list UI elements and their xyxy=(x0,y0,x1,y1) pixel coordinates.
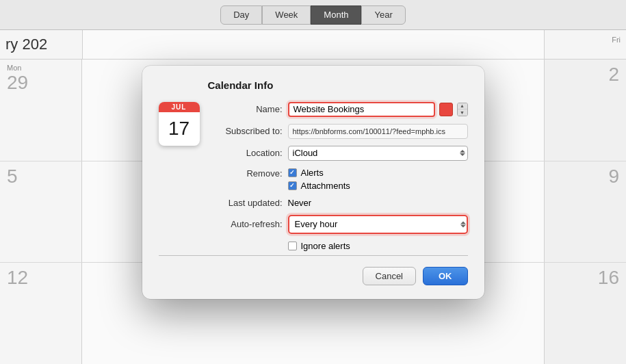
last-updated-value: Never xyxy=(288,198,312,208)
dialog-body: JUL 17 Name: ▲ ▼ xyxy=(159,102,468,251)
stepper-up[interactable]: ▲ xyxy=(458,103,467,110)
alerts-checkbox[interactable]: ✓ xyxy=(288,168,297,177)
subscribed-row: Subscribed to: https://bnbforms.com/1000… xyxy=(211,124,468,139)
location-select[interactable]: iCloud xyxy=(288,146,468,161)
calendar-icon: JUL 17 xyxy=(159,102,200,146)
dialog-footer: Cancel OK xyxy=(159,267,468,285)
ignore-alerts-row: Ignore alerts xyxy=(288,241,468,251)
dialog-title: Calendar Info xyxy=(208,79,468,91)
remove-row: Remove: ✓ Alerts ✓ Attachments xyxy=(211,168,468,191)
ignore-alerts-checkbox[interactable] xyxy=(288,242,297,250)
name-label: Name: xyxy=(211,104,283,114)
last-updated-label: Last updated: xyxy=(211,198,283,208)
checkboxes-area: ✓ Alerts ✓ Attachments xyxy=(288,168,350,191)
alerts-label: Alerts xyxy=(301,168,324,178)
subscribed-url: https://bnbforms.com/100011/?feed=mphb.i… xyxy=(288,124,468,139)
auto-refresh-row: Auto-refresh: Every hour Every 5 minutes… xyxy=(211,215,468,234)
color-picker-button[interactable] xyxy=(439,103,453,116)
name-row: Name: ▲ ▼ xyxy=(211,102,468,117)
attachments-checkbox[interactable]: ✓ xyxy=(288,181,297,190)
ignore-alerts-label: Ignore alerts xyxy=(301,241,350,251)
cal-icon-date: 17 xyxy=(159,112,200,146)
remove-label: Remove: xyxy=(211,168,283,179)
last-updated-row: Last updated: Never xyxy=(211,198,468,208)
form-area: Name: ▲ ▼ Subscribed to: https://bnbform… xyxy=(211,102,468,251)
location-label: Location: xyxy=(211,148,283,158)
checkmark-icon: ✓ xyxy=(289,170,295,176)
subscribed-label: Subscribed to: xyxy=(211,126,283,136)
ok-button[interactable]: OK xyxy=(423,267,468,285)
color-stepper[interactable]: ▲ ▼ xyxy=(457,103,468,116)
auto-refresh-label: Auto-refresh: xyxy=(211,219,283,229)
auto-refresh-select[interactable]: Every hour Every 5 minutes Every 15 minu… xyxy=(288,215,468,234)
auto-refresh-select-wrap: Every hour Every 5 minutes Every 15 minu… xyxy=(288,215,468,234)
location-row: Location: iCloud xyxy=(211,146,468,161)
footer-divider xyxy=(159,255,468,256)
cal-icon-month: JUL xyxy=(159,102,200,112)
attachments-checkbox-row: ✓ Attachments xyxy=(288,181,350,191)
calendar-info-dialog: Calendar Info JUL 17 Name: ▲ ▼ xyxy=(142,66,484,299)
cancel-button[interactable]: Cancel xyxy=(363,267,416,285)
attachments-label: Attachments xyxy=(301,181,350,191)
alerts-checkbox-row: ✓ Alerts xyxy=(288,168,350,178)
checkmark-icon-2: ✓ xyxy=(289,183,295,189)
modal-overlay: Calendar Info JUL 17 Name: ▲ ▼ xyxy=(0,0,626,364)
stepper-down[interactable]: ▼ xyxy=(458,109,467,116)
location-select-wrap: iCloud xyxy=(288,146,468,161)
name-input[interactable] xyxy=(288,102,435,117)
